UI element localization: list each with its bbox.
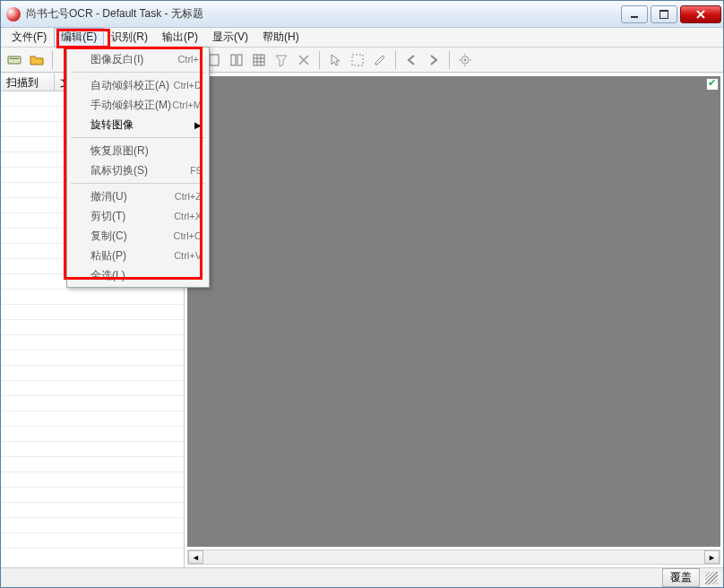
list-item[interactable] [1, 396, 184, 411]
toolbar-filter-button[interactable] [272, 50, 291, 70]
toolbar-edit-button[interactable] [370, 50, 390, 70]
pencil-icon [373, 53, 387, 67]
menu-item-cut[interactable]: 剪切(T) Ctrl+X [69, 206, 207, 226]
overwrite-toggle[interactable]: 覆盖 [662, 568, 700, 587]
pointer-icon [328, 53, 342, 67]
menu-file[interactable]: 文件(F) [4, 28, 54, 47]
menu-edit[interactable]: 编辑(E) [54, 28, 104, 47]
minimize-button[interactable] [621, 5, 648, 23]
toolbar-pointer-button[interactable] [325, 50, 345, 70]
menu-item-shortcut: F9 [190, 165, 202, 176]
menu-item-manual-deskew[interactable]: 手动倾斜校正(M) Ctrl+M [69, 95, 207, 115]
marquee-icon [350, 53, 365, 67]
right-panel: ◄ ► [185, 74, 723, 567]
window-title: 尚书七号OCR - Default Task - 无标题 [26, 6, 618, 22]
toolbar-scan-button[interactable] [4, 50, 24, 70]
menu-item-rotate[interactable]: 旋转图像 ▶ [69, 115, 207, 134]
arrow-left-icon [404, 53, 418, 67]
list-item[interactable] [1, 335, 184, 350]
svg-rect-6 [231, 55, 236, 65]
list-item[interactable] [1, 518, 184, 533]
menu-item-shortcut: Ctrl+I [177, 54, 202, 65]
menu-item-paste[interactable]: 粘贴(P) Ctrl+V [69, 246, 207, 265]
list-item[interactable] [1, 350, 184, 366]
folder-open-icon [30, 53, 44, 67]
titlebar: 尚书七号OCR - Default Task - 无标题 [1, 1, 723, 28]
toolbar-settings-button[interactable] [455, 50, 475, 70]
menubar: 文件(F) 编辑(E) 识别(R) 输出(P) 显示(V) 帮助(H) [1, 28, 723, 48]
toolbar-select-button[interactable] [348, 50, 367, 70]
toolbar-layout3-button[interactable] [249, 50, 269, 70]
table-icon [252, 53, 266, 67]
list-item[interactable] [1, 305, 184, 320]
toolbar-next-button[interactable] [424, 50, 444, 70]
scroll-left-button[interactable]: ◄ [188, 550, 203, 564]
toolbar-separator [319, 51, 320, 69]
list-item[interactable] [1, 381, 184, 396]
menu-help[interactable]: 帮助(H) [255, 28, 306, 47]
maximize-button[interactable] [651, 5, 677, 23]
menu-item-shortcut: Ctrl+D [174, 80, 202, 91]
clear-icon [297, 53, 311, 67]
menu-item-auto-deskew[interactable]: 自动倾斜校正(A) Ctrl+D [69, 75, 207, 95]
column-scan-to[interactable]: 扫描到 [1, 74, 55, 91]
svg-rect-8 [254, 55, 264, 65]
list-item[interactable] [1, 457, 184, 472]
image-canvas[interactable] [187, 76, 720, 547]
toolbar-open-button[interactable] [27, 50, 47, 70]
svg-point-11 [464, 58, 467, 61]
menu-item-label: 恢复原图(R) [90, 143, 202, 159]
list-item[interactable] [1, 411, 184, 427]
svg-rect-5 [210, 55, 219, 65]
svg-rect-3 [8, 56, 21, 64]
svg-rect-7 [237, 55, 242, 65]
menu-item-invert[interactable]: 图像反白(I) Ctrl+I [69, 49, 207, 69]
menu-item-label: 手动倾斜校正(M) [90, 98, 172, 113]
horizontal-scrollbar[interactable]: ◄ ► [187, 549, 720, 565]
menu-separator [71, 137, 205, 138]
svg-rect-2 [659, 10, 668, 12]
svg-rect-9 [352, 55, 363, 65]
list-item[interactable] [1, 366, 184, 381]
menu-item-label: 复制(C) [90, 229, 174, 244]
maximize-icon [659, 10, 668, 19]
menu-recognize[interactable]: 识别(R) [104, 28, 155, 47]
checkbox-toggle[interactable] [706, 78, 719, 91]
menu-item-copy[interactable]: 复制(C) Ctrl+C [69, 226, 207, 246]
menu-item-label: 旋转图像 [90, 117, 202, 133]
list-item[interactable] [1, 290, 184, 305]
list-item[interactable] [1, 472, 184, 488]
two-column-icon [229, 53, 244, 67]
list-item[interactable] [1, 488, 184, 503]
app-icon [6, 7, 21, 22]
toolbar-separator [395, 51, 396, 69]
menu-item-label: 剪切(T) [90, 209, 174, 224]
toolbar-layout2-button[interactable] [227, 50, 246, 70]
menu-item-select-all[interactable]: 全选(L) [69, 265, 207, 285]
statusbar: 覆盖 [1, 567, 723, 587]
toolbar-prev-button[interactable] [401, 50, 421, 70]
list-item[interactable] [1, 427, 184, 442]
app-window: 尚书七号OCR - Default Task - 无标题 文件(F) 编辑(E)… [0, 0, 724, 588]
list-item[interactable] [1, 320, 184, 335]
menu-output[interactable]: 输出(P) [155, 28, 205, 47]
menu-item-shortcut: Ctrl+M [172, 99, 202, 110]
toolbar-separator [449, 51, 450, 69]
toolbar-clear-button[interactable] [294, 50, 314, 70]
minimize-icon [630, 11, 639, 18]
menu-item-label: 撤消(U) [90, 189, 175, 204]
scroll-right-button[interactable]: ► [704, 550, 720, 564]
menu-item-shortcut: Ctrl+V [174, 250, 202, 261]
menu-item-undo[interactable]: 撤消(U) Ctrl+Z [69, 186, 207, 206]
list-item[interactable] [1, 503, 184, 518]
resize-grip[interactable] [705, 572, 718, 584]
menu-item-shortcut: Ctrl+X [174, 211, 202, 221]
menu-item-restore[interactable]: 恢复原图(R) [69, 141, 207, 160]
svg-rect-4 [10, 58, 19, 59]
close-button[interactable] [680, 5, 721, 23]
list-item[interactable] [1, 442, 184, 457]
menu-separator [71, 72, 205, 73]
menu-display[interactable]: 显示(V) [205, 28, 255, 47]
menu-item-mouse-toggle[interactable]: 鼠标切换(S) F9 [69, 160, 207, 180]
list-item[interactable] [1, 533, 184, 549]
